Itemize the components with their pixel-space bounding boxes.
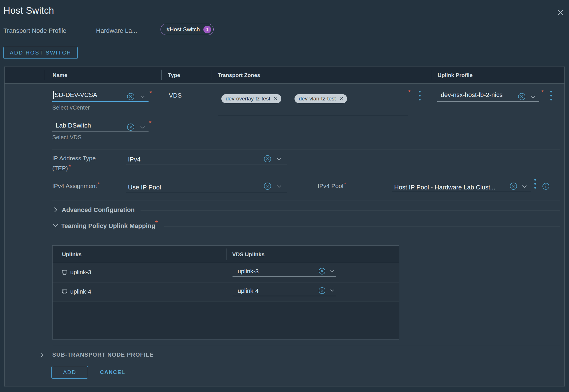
clear-vds-uplink-icon[interactable]: [318, 287, 326, 294]
ipv4-pool-kebab-icon[interactable]: [534, 179, 536, 189]
clear-ipv4-pool-icon[interactable]: [510, 182, 517, 190]
required-asterisk: *: [155, 220, 158, 227]
chevron-down-icon[interactable]: [277, 158, 281, 161]
required-asterisk: *: [408, 89, 410, 96]
close-icon[interactable]: [556, 9, 564, 17]
required-asterisk: *: [97, 181, 100, 187]
ipv4-assignment-select-value[interactable]: Use IP Pool: [128, 184, 161, 191]
section-sub-transport-node-profile[interactable]: SUB-TRANSPORT NODE PROFILE: [52, 351, 154, 358]
uplink-name: uplink-4: [70, 288, 91, 295]
section-advanced-configuration[interactable]: Advanced Configuration: [62, 206, 135, 214]
vcenter-select-value[interactable]: SD-DEV-VCSA: [55, 91, 97, 99]
field-underline: [52, 101, 149, 102]
section-divider: [53, 346, 560, 346]
vds-helper-text: Select VDS: [52, 134, 81, 141]
transport-zone-chip: dev-vlan-tz-test: [294, 94, 347, 103]
transport-zones-kebab-icon[interactable]: [419, 90, 421, 101]
remove-chip-icon[interactable]: [339, 97, 343, 101]
clear-uplink-profile-icon[interactable]: [518, 93, 526, 100]
column-divider: [211, 70, 211, 80]
uplink-profile-kebab-icon[interactable]: [550, 90, 552, 101]
column-header-transport-zones: Transport Zones: [218, 72, 260, 78]
vcenter-helper-text: Select vCenter: [52, 104, 90, 111]
teaming-table-row: uplink-3 uplink-3: [53, 263, 399, 282]
clear-vcenter-icon[interactable]: [127, 93, 135, 100]
section-rule: [141, 210, 560, 211]
type-value: VDS: [169, 92, 182, 99]
add-button[interactable]: ADD: [51, 366, 88, 379]
chip-label: dev-overlay-tz-test: [226, 96, 270, 102]
chevron-down-icon[interactable]: [140, 96, 145, 98]
required-asterisk: *: [149, 120, 151, 127]
grid-header-row: [5, 66, 564, 84]
ip-address-type-label: IP Address Type: [52, 155, 96, 162]
field-underline: [437, 101, 539, 102]
tab-transport-node-profile[interactable]: Transport Node Profile: [3, 27, 67, 35]
page-title: Host Switch: [3, 5, 54, 16]
clear-ip-type-icon[interactable]: [264, 155, 271, 163]
chevron-down-icon[interactable]: [277, 185, 281, 188]
field-underline: [126, 165, 287, 165]
required-asterisk: *: [149, 90, 152, 97]
clear-vds-uplink-icon[interactable]: [318, 268, 326, 275]
tab-hardware-lab[interactable]: Hardware La...: [96, 27, 137, 35]
column-header-name: Name: [53, 72, 67, 78]
ipv4-pool-select-value[interactable]: Host IP Pool - Hardware Lab Clust...: [394, 184, 495, 191]
chevron-down-icon[interactable]: [330, 270, 334, 272]
teaming-uplink-table: Uplinks VDS Uplinks uplink-3 uplink-3: [52, 245, 399, 340]
section-divider: [52, 201, 560, 201]
section-rule: [164, 226, 560, 227]
column-header-uplinks: Uplinks: [62, 251, 82, 258]
vds-uplink-select-value: uplink-3: [238, 268, 318, 275]
field-underline: [392, 192, 531, 192]
chevron-right-icon[interactable]: [40, 353, 43, 357]
text-cursor: [53, 91, 54, 99]
chevron-right-icon[interactable]: [54, 207, 57, 212]
ipv4-pool-label: IPv4 Pool*: [318, 183, 346, 189]
host-switch-dialog: Host Switch Transport Node Profile Hardw…: [0, 0, 569, 392]
column-header-uplink-profile: Uplink Profile: [438, 72, 472, 78]
host-switch-tag-pill[interactable]: #Host Switch 1: [161, 24, 214, 35]
vds-uplink-select[interactable]: uplink-4: [233, 285, 336, 296]
field-underline: [52, 132, 149, 132]
chevron-down-icon[interactable]: [531, 96, 535, 98]
column-header-type: Type: [168, 72, 180, 78]
chevron-down-icon[interactable]: [53, 224, 58, 227]
vds-select-value[interactable]: Lab DSwitch: [56, 122, 91, 129]
required-asterisk: *: [69, 163, 71, 170]
chevron-down-icon[interactable]: [522, 185, 527, 188]
field-underline: [126, 192, 287, 192]
teaming-table-row: uplink-4 uplink-4: [53, 282, 399, 302]
column-divider: [227, 248, 227, 260]
info-icon[interactable]: [542, 183, 550, 190]
cancel-button[interactable]: CANCEL: [100, 369, 125, 375]
ethernet-port-icon: [61, 269, 68, 276]
clear-vds-icon[interactable]: [127, 123, 135, 131]
uplink-name: uplink-3: [70, 269, 91, 276]
column-divider: [44, 70, 44, 80]
ip-address-type-label-line2: (TEP)*: [52, 165, 71, 172]
chip-label: dev-vlan-tz-test: [299, 96, 336, 102]
tag-label: #Host Switch: [167, 26, 200, 33]
teaming-table-header: Uplinks VDS Uplinks: [53, 246, 399, 263]
chevron-down-icon[interactable]: [330, 289, 334, 292]
ip-address-type-select-value[interactable]: IPv4: [128, 156, 141, 163]
ethernet-port-icon: [61, 289, 68, 296]
vds-uplink-select[interactable]: uplink-3: [233, 266, 336, 277]
ipv4-assignment-label: IPv4 Assignment*: [52, 183, 100, 189]
clear-ipv4-assignment-icon[interactable]: [264, 182, 271, 190]
required-asterisk: *: [541, 89, 544, 96]
required-asterisk: *: [344, 181, 346, 187]
remove-chip-icon[interactable]: [274, 97, 278, 101]
section-divider: [52, 149, 560, 149]
field-underline: [218, 115, 408, 115]
transport-zone-chip: dev-overlay-tz-test: [221, 94, 281, 103]
chevron-down-icon[interactable]: [140, 126, 145, 129]
section-teaming-policy[interactable]: Teaming Policy Uplink Mapping: [61, 222, 155, 230]
tag-count-badge: 1: [203, 26, 211, 33]
column-divider: [431, 70, 431, 80]
add-host-switch-button[interactable]: ADD HOST SWITCH: [3, 47, 78, 59]
uplink-profile-select-value[interactable]: dev-nsx-host-lb-2-nics: [441, 91, 502, 99]
vds-uplink-select-value: uplink-4: [238, 287, 318, 294]
column-header-vds-uplinks: VDS Uplinks: [232, 251, 265, 258]
